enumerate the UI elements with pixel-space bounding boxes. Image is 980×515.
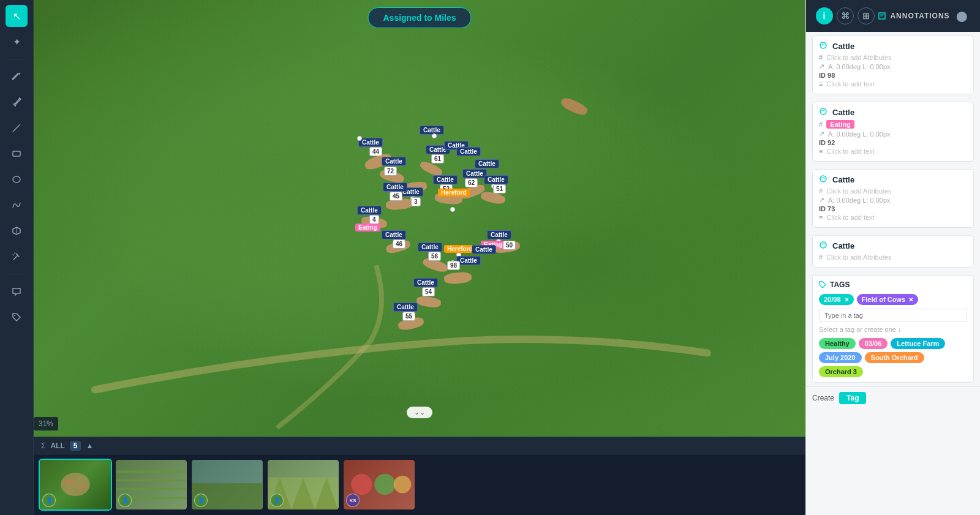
sel-tag-orchard3-label: Orchard 3 bbox=[825, 368, 857, 375]
cattle-label-44: Cattle bbox=[358, 138, 383, 147]
cattle-id-98: 98 bbox=[447, 261, 460, 270]
rectangle-tool[interactable] bbox=[6, 143, 28, 165]
cattle-id-44: 44 bbox=[369, 147, 382, 156]
hereford-tag-2: Hereford bbox=[444, 245, 476, 253]
expand-button[interactable]: ▲ bbox=[86, 442, 93, 450]
comment-tool[interactable] bbox=[6, 280, 28, 303]
main-content: Assigned to Miles bbox=[34, 0, 805, 515]
zoom-level: 31% bbox=[34, 417, 58, 430]
ann-text-2[interactable]: Click to add text bbox=[826, 148, 874, 155]
sel-tag-healthy[interactable]: Healthy bbox=[819, 338, 856, 349]
ann-title-3: Cattle bbox=[832, 175, 854, 184]
cattle-label-52: Cattle bbox=[433, 175, 458, 184]
sel-tag-july2020[interactable]: July 2020 bbox=[819, 352, 862, 363]
map-area[interactable]: Assigned to Miles bbox=[34, 0, 805, 437]
cattle-label-72: Cattle bbox=[382, 157, 406, 166]
box3d-tool[interactable] bbox=[6, 220, 28, 242]
ann-attr-4[interactable]: Click to add Attributes bbox=[826, 254, 891, 261]
svg-line-0 bbox=[13, 124, 20, 132]
thumbnail-1[interactable]: 👤 bbox=[39, 459, 112, 511]
thumbnail-3[interactable]: 👤 bbox=[190, 459, 264, 511]
thumb-avatar-1: 👤 bbox=[42, 494, 56, 507]
cattle-id-46: 46 bbox=[393, 239, 405, 249]
ann-icon-2 bbox=[819, 107, 827, 118]
selectable-tags-list: Healthy 03/06 Lettuce Farm July 2020 Sou… bbox=[819, 338, 967, 377]
all-label: ALL bbox=[50, 442, 64, 450]
svg-point-9 bbox=[77, 484, 85, 489]
thumbnail-2[interactable]: 👤 bbox=[115, 459, 188, 511]
cattle-id-54: 54 bbox=[422, 287, 435, 296]
tag-chip-2008[interactable]: 20/08 ✕ bbox=[819, 294, 854, 305]
cattle-label-46: Cattle bbox=[382, 230, 406, 239]
angle-icon-1: ↗ bbox=[819, 62, 824, 70]
tag-hint: Select a tag or create one ↓ bbox=[819, 326, 967, 333]
ann-attr-3[interactable]: Click to add Attributes bbox=[826, 187, 891, 195]
tag-tool[interactable] bbox=[6, 306, 28, 328]
ann-icon-1 bbox=[819, 41, 827, 51]
select-tool[interactable]: ↖ bbox=[6, 5, 28, 27]
hash-icon-1: # bbox=[819, 54, 823, 61]
cattle-id-50: 50 bbox=[503, 241, 516, 250]
ann-text-1[interactable]: Click to add text bbox=[826, 80, 874, 88]
sel-tag-sorchard-label: South Orchard bbox=[871, 354, 918, 361]
curve-tool[interactable] bbox=[6, 194, 28, 216]
sel-tag-0306[interactable]: 03/06 bbox=[859, 338, 888, 349]
thumb-avatar-5: KS bbox=[346, 494, 360, 507]
ann-angle-3: A: 0.00deg L: 0.00px bbox=[828, 197, 891, 204]
eyedropper-tool[interactable] bbox=[6, 91, 28, 113]
sel-tag-lettuce-farm[interactable]: Lettuce Farm bbox=[891, 338, 945, 349]
ann-text-3[interactable]: Click to add text bbox=[826, 214, 874, 221]
ann-attr-1[interactable]: Click to add Attributes bbox=[826, 54, 891, 61]
svg-rect-1 bbox=[13, 151, 20, 156]
cattle-id-72: 72 bbox=[384, 167, 397, 176]
cattle-label-62: Cattle bbox=[462, 169, 487, 178]
command-button[interactable]: ⌘ bbox=[837, 7, 854, 24]
hash-icon-3: # bbox=[819, 187, 823, 195]
panel-toggle[interactable]: ⬤ bbox=[953, 7, 970, 24]
tag-remove-field-of-cows[interactable]: ✕ bbox=[908, 296, 913, 303]
pen-tool[interactable] bbox=[6, 66, 28, 88]
cattle-label-55: Cattle bbox=[393, 303, 418, 312]
right-panel: i ⌘ ⊞ ANNOTATIONS ⬤ Cattle # Click to ad… bbox=[805, 0, 980, 515]
svg-point-5 bbox=[14, 315, 15, 316]
cattle-id-51: 51 bbox=[493, 184, 506, 194]
create-button[interactable]: Create bbox=[812, 394, 834, 402]
thumbnail-4[interactable]: 👤 bbox=[266, 459, 340, 511]
hereford-tag-1: Hereford bbox=[438, 189, 470, 197]
scroll-indicator[interactable]: ⌄⌄ bbox=[407, 407, 432, 418]
info-button[interactable]: i bbox=[816, 7, 833, 24]
tags-section: TAGS 20/08 ✕ Field of Cows ✕ Select a ta… bbox=[812, 275, 974, 383]
thumb-avatar-2: 👤 bbox=[118, 494, 132, 507]
sel-tag-orchard3[interactable]: Orchard 3 bbox=[819, 366, 863, 377]
sel-tag-south-orchard[interactable]: South Orchard bbox=[865, 352, 924, 363]
ellipse-tool[interactable] bbox=[6, 168, 28, 190]
tag-chip-field-of-cows[interactable]: Field of Cows ✕ bbox=[857, 294, 919, 305]
ann-icon-4 bbox=[819, 241, 827, 251]
ann-title-4: Cattle bbox=[832, 241, 854, 250]
svg-rect-15 bbox=[192, 460, 262, 483]
tag-remove-2008[interactable]: ✕ bbox=[844, 296, 849, 303]
grid-button[interactable]: ⊞ bbox=[858, 7, 875, 24]
tags-title: TAGS bbox=[830, 280, 850, 289]
assigned-text: Assigned to Miles bbox=[383, 13, 456, 23]
tag-input[interactable] bbox=[819, 309, 967, 322]
text-icon-3: ≡ bbox=[819, 214, 823, 221]
annotation-item-3: Cattle # Click to add Attributes ↗ A: 0.… bbox=[812, 169, 974, 228]
ann-icon-3 bbox=[819, 175, 827, 185]
cattle-cluster: Cattle 44 Cattle 3 Cattle 61 Cattle Catt… bbox=[217, 92, 524, 318]
angle-icon-3: ↗ bbox=[819, 196, 824, 204]
cattle-label-eating: Cattle bbox=[487, 230, 511, 239]
line-tool[interactable] bbox=[6, 117, 28, 139]
thumbnail-5[interactable]: KS bbox=[342, 459, 416, 511]
magic-tool[interactable] bbox=[6, 246, 28, 268]
tag-button[interactable]: Tag bbox=[839, 392, 866, 404]
transform-tool[interactable]: ✦ bbox=[6, 31, 28, 53]
cattle-label-56: Cattle bbox=[418, 242, 442, 252]
cattle-label-top-right: Cattle bbox=[456, 147, 481, 156]
annotations-icon bbox=[878, 12, 886, 20]
thumb-avatar-4: 👤 bbox=[270, 494, 284, 507]
cattle-id-3: 3 bbox=[411, 197, 421, 206]
panel-header: i ⌘ ⊞ ANNOTATIONS ⬤ bbox=[806, 0, 980, 32]
panel-title: ANNOTATIONS bbox=[890, 12, 949, 20]
create-tag-row: Create Tag bbox=[806, 386, 980, 409]
